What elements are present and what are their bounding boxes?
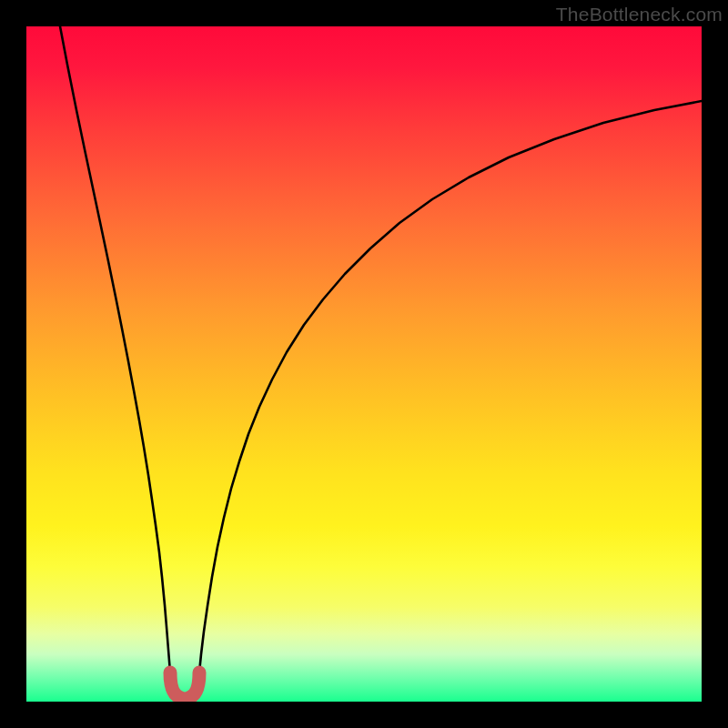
curve-layer <box>26 26 702 702</box>
outer-frame: TheBottleneck.com <box>0 0 728 728</box>
watermark-text: TheBottleneck.com <box>556 4 723 25</box>
curve-right-branch <box>199 101 702 672</box>
plot-area <box>26 26 702 702</box>
curve-left-branch <box>60 26 170 672</box>
cusp-marker <box>170 672 199 699</box>
